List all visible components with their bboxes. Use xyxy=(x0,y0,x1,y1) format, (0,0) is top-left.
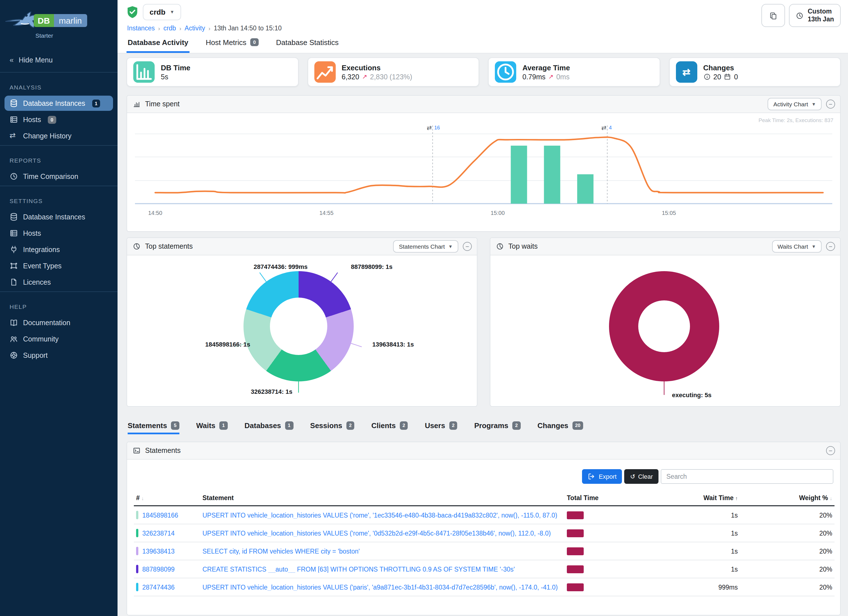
sidebar-item-licences[interactable]: Licences xyxy=(4,275,113,290)
stat-card-executions[interactable]: Executions6,320↗2,830 (123%) xyxy=(307,57,479,87)
pie-chart-icon xyxy=(496,242,504,250)
server-icon xyxy=(10,229,18,237)
collapse-panel-button[interactable]: − xyxy=(826,99,835,108)
detail-tab-users[interactable]: Users2 xyxy=(425,422,457,434)
detail-tab-label: Programs xyxy=(474,422,509,430)
statement-color-chip xyxy=(136,511,138,519)
change-marker-icon[interactable]: ⇄ xyxy=(427,124,431,131)
sidebar-nav: ANALYSISDatabase Instances1Hosts0⇄Change… xyxy=(0,74,117,363)
top-waits-donut[interactable]: executing: 5s xyxy=(490,255,840,406)
statement-id-link[interactable]: 139638413 xyxy=(142,548,175,554)
statement-color-chip xyxy=(136,565,138,573)
detail-tab-clients[interactable]: Clients2 xyxy=(371,422,408,434)
search-input[interactable] xyxy=(661,469,833,484)
hide-menu-button[interactable]: « Hide Menu xyxy=(0,49,117,70)
stat-card-changes[interactable]: ⇄Changes200 xyxy=(669,57,841,87)
statement-link[interactable]: UPSERT INTO vehicle_location_histories V… xyxy=(202,584,562,591)
sidebar-item-support[interactable]: Support xyxy=(4,348,113,363)
statement-id-link[interactable]: 1845898166 xyxy=(142,512,178,518)
trend-icon xyxy=(314,61,335,83)
stat-card-title: Changes xyxy=(703,63,738,72)
statement-link[interactable]: CREATE STATISTICS __auto__ FROM [63] WIT… xyxy=(202,566,562,572)
sidebar-divider xyxy=(0,72,117,73)
transfer-icon: ⇄ xyxy=(676,61,697,83)
column-header-wait-time[interactable]: Wait Time↑ xyxy=(649,491,740,506)
top-statements-donut[interactable]: 887898099: 1s139638413: 1s326238714: 1s1… xyxy=(127,255,477,406)
chevron-down-icon: ▼ xyxy=(170,10,174,15)
sidebar-item-event-types[interactable]: Event Types xyxy=(4,258,113,273)
breadcrumb-instance[interactable]: crdb xyxy=(163,25,176,31)
tab-host-metrics[interactable]: Host Metrics0 xyxy=(205,34,260,53)
change-marker-count[interactable]: 16 xyxy=(434,125,440,131)
detail-tab-sessions[interactable]: Sessions2 xyxy=(310,422,354,434)
stat-card-average-time[interactable]: Average Time0.79ms↗0ms xyxy=(488,57,660,87)
stat-card-db-time[interactable]: DB Time5s xyxy=(126,57,298,87)
statement-link[interactable]: UPSERT INTO vehicle_location_histories V… xyxy=(202,530,562,536)
collapse-panel-button[interactable]: − xyxy=(826,242,835,251)
column-header-weight[interactable]: Weight %↓ xyxy=(740,491,835,506)
export-button[interactable]: Export xyxy=(582,469,622,484)
sidebar-item-hosts[interactable]: Hosts0 xyxy=(4,112,113,127)
statement-link[interactable]: UPSERT INTO vehicle_location_histories V… xyxy=(202,512,562,518)
detail-tab-programs[interactable]: Programs2 xyxy=(474,422,521,434)
change-marker-icon[interactable]: ⇄ xyxy=(602,124,606,131)
panel-title: Statements xyxy=(145,447,181,454)
wait-time-value: 1s xyxy=(649,506,740,524)
tab-database-activity[interactable]: Database Activity xyxy=(126,34,190,53)
collapse-panel-button[interactable]: − xyxy=(826,446,835,455)
calendar-icon xyxy=(724,73,731,80)
copy-link-button[interactable] xyxy=(762,4,785,27)
activity-chart-select[interactable]: Activity Chart▼ xyxy=(768,98,821,110)
time-spent-chart[interactable]: Peak Time: 2s, Executions: 837 ⇄16⇄414:5… xyxy=(127,113,840,231)
trend-up-icon: ↗ xyxy=(362,73,367,80)
statements-chart-select[interactable]: Statements Chart▼ xyxy=(393,240,458,252)
db-time-line xyxy=(155,137,823,193)
sidebar-divider xyxy=(0,145,117,146)
sidebar-section-title-reports: REPORTS xyxy=(0,147,117,168)
change-marker-count[interactable]: 4 xyxy=(609,125,612,131)
tab-database-statistics[interactable]: Database Statistics xyxy=(275,34,340,53)
dbmarlin-app: DBmarlin Starter « Hide Menu ANALYSISDat… xyxy=(0,0,848,616)
breadcrumb-activity[interactable]: Activity xyxy=(185,25,205,31)
tab-label: Database Activity xyxy=(127,38,188,47)
export-icon xyxy=(587,472,595,481)
detail-tab-databases[interactable]: Databases1 xyxy=(245,422,294,434)
statement-id-link[interactable]: 326238714 xyxy=(142,530,175,536)
event-icon xyxy=(10,261,18,270)
donut-label-326238714: 326238714: 1s xyxy=(251,388,292,395)
sidebar-item-documentation[interactable]: Documentation xyxy=(4,315,113,330)
collapse-panel-button[interactable]: − xyxy=(463,242,472,251)
breadcrumb-instances[interactable]: Instances xyxy=(127,25,155,31)
statement-id-link[interactable]: 887898099 xyxy=(142,566,175,572)
sort-icon[interactable]: ↓ xyxy=(830,496,832,501)
total-time-bar xyxy=(567,511,584,519)
sidebar-item-community[interactable]: Community xyxy=(4,331,113,347)
detail-tab-changes[interactable]: Changes20 xyxy=(538,422,583,434)
detail-tab-waits[interactable]: Waits1 xyxy=(196,422,228,434)
sort-icon[interactable]: ↑ xyxy=(735,496,738,501)
instance-selector[interactable]: crdb ▼ xyxy=(143,4,181,20)
detail-tab-statements[interactable]: Statements5 xyxy=(127,422,179,434)
table-toolbar: Export ↺ Clear xyxy=(127,460,840,488)
sidebar-item-database-instances[interactable]: Database Instances1 xyxy=(4,96,113,111)
statement-link[interactable]: SELECT city, id FROM vehicles WHERE city… xyxy=(202,548,562,554)
time-range-button[interactable]: Custom 13th Jan xyxy=(789,4,841,27)
sidebar-item-badge: 0 xyxy=(48,116,56,123)
sidebar-item-database-instances[interactable]: Database Instances xyxy=(4,209,113,224)
waits-chart-select[interactable]: Waits Chart▼ xyxy=(772,240,821,252)
clear-button[interactable]: ↺ Clear xyxy=(624,469,658,484)
statement-id-link[interactable]: 287474436 xyxy=(142,584,175,591)
panel-title: Top waits xyxy=(509,242,538,250)
logo[interactable]: DBmarlin Starter xyxy=(0,0,117,49)
sort-icon[interactable]: ↓ xyxy=(141,496,144,501)
column-header-[interactable]: #↓ xyxy=(134,491,200,506)
sidebar-item-badge: 1 xyxy=(92,99,100,107)
sidebar-item-integrations[interactable]: Integrations xyxy=(4,242,113,257)
sidebar-item-hosts[interactable]: Hosts xyxy=(4,226,113,241)
sidebar-divider xyxy=(0,291,117,292)
clock-icon xyxy=(796,12,804,19)
table-row: 326238714UPSERT INTO vehicle_location_hi… xyxy=(134,524,835,542)
sidebar-item-change-history[interactable]: ⇄Change History xyxy=(4,128,113,144)
stat-card-body: Executions6,320↗2,830 (123%) xyxy=(342,63,412,81)
sidebar-item-time-comparison[interactable]: Time Comparison xyxy=(4,169,113,184)
